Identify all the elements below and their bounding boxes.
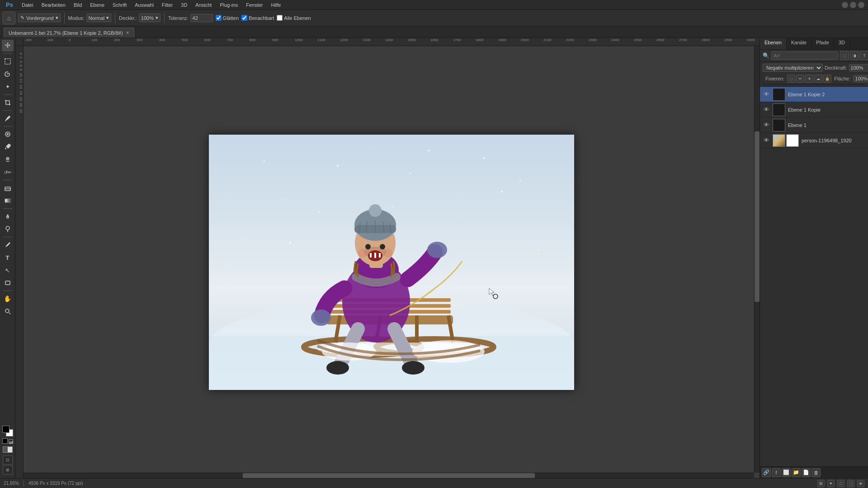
- tab-kanale[interactable]: Kanäle: [787, 38, 811, 49]
- tool-text[interactable]: T: [2, 252, 14, 263]
- menu-3d[interactable]: 3D: [177, 1, 191, 9]
- tool-eyedropper[interactable]: [2, 113, 14, 124]
- screen-mode-button[interactable]: ⊡: [3, 455, 13, 465]
- smooth-checkbox[interactable]: [216, 15, 222, 21]
- opacity-input[interactable]: [849, 64, 868, 71]
- horizontal-scrollbar[interactable]: [24, 473, 754, 478]
- tool-magic-wand[interactable]: ✦: [2, 81, 14, 93]
- tool-zoom[interactable]: [2, 305, 14, 317]
- artboard-button[interactable]: ⊞: [3, 465, 13, 474]
- tab-pfade[interactable]: Pfade: [811, 38, 834, 49]
- default-colors-icon[interactable]: [2, 438, 8, 444]
- adjacent-checkbox[interactable]: [241, 15, 247, 21]
- layer-visibility-2[interactable]: 👁: [763, 106, 770, 113]
- new-group-btn[interactable]: 📁: [792, 468, 801, 477]
- status-btn-1[interactable]: ⊞: [817, 480, 825, 487]
- tool-eraser[interactable]: [2, 182, 14, 194]
- lock-position-btn[interactable]: ✛: [805, 75, 813, 83]
- tab-ebenen[interactable]: Ebenen: [760, 38, 787, 49]
- layer-item-ebene1-kopie[interactable]: 👁 Ebene 1 Kopie: [760, 102, 868, 117]
- menu-bearbeiten[interactable]: Bearbeiten: [38, 1, 69, 9]
- fill-input[interactable]: [853, 75, 868, 82]
- tool-hand[interactable]: ✋: [2, 293, 14, 305]
- quick-mask-icon[interactable]: [3, 446, 13, 453]
- tool-select-rect[interactable]: [2, 56, 14, 67]
- menu-ebene[interactable]: Ebene: [86, 1, 108, 9]
- menu-hilfe[interactable]: Hilfe: [267, 1, 284, 9]
- tool-lasso[interactable]: [2, 68, 14, 80]
- tool-clone[interactable]: [2, 154, 14, 165]
- tool-crop[interactable]: [2, 97, 14, 108]
- options-toolbar: ⌂ ✎ Vordergrund ▾ Modus: Normal ▾ Deckkr…: [0, 10, 868, 26]
- tool-shape[interactable]: [2, 277, 14, 289]
- menu-filter[interactable]: Filter: [158, 1, 176, 9]
- vertical-scrollbar[interactable]: [754, 46, 760, 473]
- foreground-background-colors[interactable]: [2, 426, 13, 436]
- mode-dropdown[interactable]: Normal ▾: [86, 14, 111, 22]
- all-layers-checkbox[interactable]: [277, 15, 283, 21]
- close-button[interactable]: ✕: [858, 2, 864, 8]
- lock-transparent-btn[interactable]: ⬚: [787, 75, 795, 83]
- filter-text-btn[interactable]: T: [860, 51, 868, 60]
- foreground-color-swatch[interactable]: [2, 426, 9, 433]
- close-tab-icon[interactable]: ✕: [126, 30, 129, 35]
- menu-auswahl[interactable]: Auswahl: [131, 1, 157, 9]
- status-btn-2[interactable]: ✦: [827, 480, 835, 487]
- tool-path-select[interactable]: ↖: [2, 264, 14, 276]
- layer-item-photo[interactable]: 👁 person-1196498_1920: [760, 133, 868, 148]
- lock-all-btn[interactable]: 🔒: [823, 75, 831, 83]
- layer-visibility-3[interactable]: 👁: [763, 122, 770, 129]
- v-scrollbar-thumb[interactable]: [755, 131, 760, 302]
- lock-image-btn[interactable]: ✏: [796, 75, 804, 83]
- tolerance-input[interactable]: [190, 14, 213, 22]
- layer-visibility-4[interactable]: 👁: [763, 137, 770, 144]
- add-style-btn[interactable]: f: [772, 468, 781, 477]
- tab-3d[interactable]: 3D: [834, 38, 850, 49]
- layer-item-ebene1[interactable]: 👁 Ebene 1: [760, 117, 868, 133]
- swap-colors-icon[interactable]: ⇌: [9, 439, 13, 444]
- layer-name-2: Ebene 1 Kopie: [788, 107, 865, 113]
- blend-mode-dropdown[interactable]: Negativ multiplizieren: [763, 64, 823, 72]
- layer-item-ebene1-kopie2[interactable]: 👁 Ebene 1 Kopie 2: [760, 87, 868, 102]
- ruler-mark-1100: 1100: [317, 38, 326, 42]
- brush-preset-selector[interactable]: ✎ Vordergrund ▾: [18, 14, 61, 22]
- tool-gradient[interactable]: [2, 195, 14, 206]
- menu-schrift[interactable]: Schrift: [109, 1, 130, 9]
- filter-pixel-btn[interactable]: ⬚: [840, 51, 849, 60]
- maximize-button[interactable]: □: [850, 2, 856, 8]
- minimize-button[interactable]: —: [842, 2, 848, 8]
- layer-visibility-1[interactable]: 👁: [763, 91, 770, 98]
- link-layers-btn[interactable]: 🔗: [762, 468, 771, 477]
- delete-layer-btn[interactable]: 🗑: [811, 468, 821, 477]
- lock-artboard-btn[interactable]: ☁: [814, 75, 822, 83]
- filter-adj-btn[interactable]: ◑: [850, 51, 859, 60]
- tool-heal[interactable]: [2, 128, 14, 140]
- status-btn-3[interactable]: □: [837, 480, 844, 487]
- tool-history-brush[interactable]: ↺✏: [2, 166, 14, 178]
- menu-datei[interactable]: Datei: [18, 1, 37, 9]
- ruler-mark-neg200: -200: [24, 38, 32, 42]
- layers-search-input[interactable]: [771, 52, 838, 60]
- document-tab[interactable]: Unbenannt-1 bei 21,7% (Ebene 1 Kopie 2, …: [4, 28, 134, 38]
- home-button[interactable]: ⌂: [3, 12, 15, 24]
- document-frame[interactable]: [209, 135, 574, 390]
- status-btn-4[interactable]: ⬚: [847, 480, 854, 487]
- svg-point-22: [311, 310, 331, 326]
- menu-bild[interactable]: Bild: [70, 1, 85, 9]
- tool-pen[interactable]: [2, 239, 14, 251]
- ruler-mark-2000: 2000: [521, 38, 529, 42]
- tool-dodge[interactable]: [2, 223, 14, 235]
- add-mask-btn[interactable]: ⬜: [782, 468, 791, 477]
- ruler-mark-1600: 1600: [430, 38, 439, 42]
- menu-plugins[interactable]: Plug-ins: [216, 1, 241, 9]
- h-scrollbar-thumb[interactable]: [243, 473, 535, 478]
- tool-move[interactable]: [2, 40, 14, 52]
- tool-blur[interactable]: [2, 211, 14, 222]
- new-layer-btn[interactable]: 📄: [802, 468, 811, 477]
- menu-ansicht[interactable]: Ansicht: [192, 1, 215, 9]
- tool-brush[interactable]: [2, 141, 14, 153]
- opacity-dropdown[interactable]: 100% ▾: [139, 14, 160, 22]
- menu-fenster[interactable]: Fenster: [242, 1, 266, 9]
- status-btn-5[interactable]: ⊕: [857, 480, 864, 487]
- canvas-area[interactable]: -200 -100 0 100 200 300 400 500 600 700 …: [15, 38, 760, 478]
